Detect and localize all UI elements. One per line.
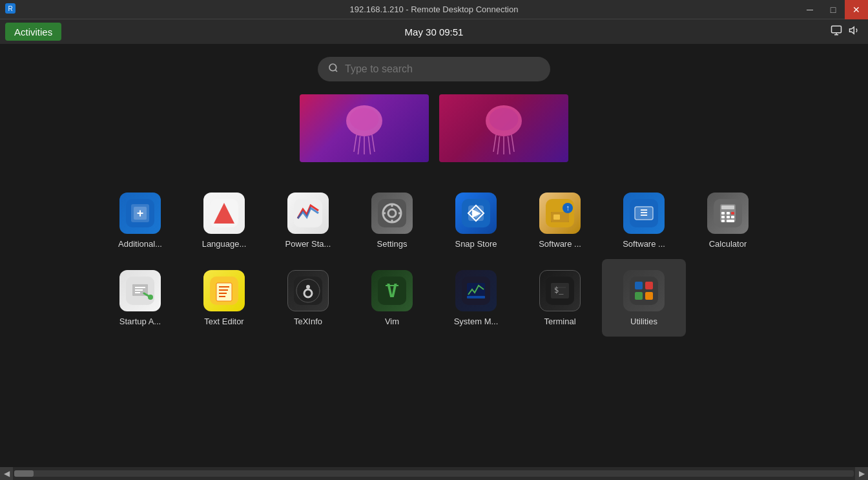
svg-text:+: +	[137, 207, 144, 220]
app-item-calculator[interactable]: Calculator	[686, 182, 770, 259]
scroll-thumb[interactable]	[14, 470, 34, 477]
startup-label: Startup A...	[119, 317, 161, 326]
svg-rect-52	[721, 205, 734, 209]
software-label: Software ...	[623, 239, 665, 249]
app-row-2: Startup A... Text Editor TeXInfo V Vim	[98, 259, 770, 337]
snap-store-icon: ▶	[455, 193, 497, 234]
title-bar: R 192.168.1.210 - Remote Desktop Connect…	[0, 0, 868, 19]
texinfo-label: TeXInfo	[294, 317, 322, 326]
svg-line-10	[354, 134, 356, 151]
svg-rect-91	[645, 282, 653, 289]
svg-rect-58	[731, 216, 734, 218]
window-thumb-1[interactable]	[300, 94, 429, 162]
app-item-settings[interactable]: Settings	[350, 182, 434, 259]
network-icon[interactable]	[831, 25, 842, 39]
additional-icon: +	[119, 193, 161, 234]
startup-icon	[119, 270, 161, 311]
svg-rect-57	[727, 216, 730, 218]
svg-text:☰: ☰	[640, 208, 648, 218]
language-icon	[203, 193, 245, 234]
svg-rect-69	[216, 283, 232, 301]
svg-rect-92	[635, 292, 643, 300]
app-item-texinfo[interactable]: TeXInfo	[266, 259, 350, 337]
svg-line-17	[493, 134, 496, 151]
search-input[interactable]	[345, 63, 540, 75]
svg-rect-93	[645, 292, 653, 300]
terminal-icon: $_	[539, 270, 581, 311]
app-item-text-editor[interactable]: Text Editor	[182, 259, 266, 337]
svg-text:V: V	[387, 280, 398, 302]
svg-line-21	[512, 134, 514, 151]
app-item-additional[interactable]: + Additional...	[98, 182, 182, 259]
additional-label: Additional...	[118, 239, 162, 249]
svg-rect-89	[630, 277, 658, 305]
gnome-tray	[831, 25, 860, 39]
app-item-system-monitor[interactable]: System M...	[434, 259, 518, 337]
utilities-icon	[623, 270, 665, 311]
app-item-terminal[interactable]: $_ Terminal	[518, 259, 602, 337]
svg-rect-84	[467, 296, 485, 298]
calculator-icon	[707, 193, 749, 234]
system-monitor-icon	[455, 270, 497, 311]
svg-line-11	[358, 136, 360, 154]
svg-rect-2	[832, 26, 842, 33]
app-item-utilities[interactable]: Utilities	[602, 259, 686, 337]
svg-line-7	[335, 70, 337, 72]
app-item-startup[interactable]: Startup A...	[98, 259, 182, 337]
app-grid: + Additional... Language... Power Sta...	[98, 182, 770, 337]
settings-icon	[371, 193, 413, 234]
svg-rect-59	[721, 220, 725, 222]
svg-point-6	[329, 64, 336, 71]
app-item-power-stats[interactable]: Power Sta...	[266, 182, 350, 259]
svg-point-16	[490, 108, 519, 130]
svg-rect-55	[731, 212, 734, 214]
texinfo-icon	[287, 270, 329, 311]
maximize-button[interactable]: □	[822, 0, 845, 19]
app-item-software-upd[interactable]: ↑ Software ...	[518, 182, 602, 259]
svg-rect-90	[635, 282, 643, 289]
power-stats-label: Power Sta...	[285, 239, 331, 249]
svg-rect-56	[721, 216, 725, 218]
title-bar-text: 192.168.1.210 - Remote Desktop Connectio…	[350, 5, 519, 14]
language-label: Language...	[202, 239, 247, 249]
settings-label: Settings	[377, 239, 408, 249]
scroll-right-button[interactable]: ▶	[855, 467, 868, 480]
scroll-track	[14, 470, 854, 477]
power-stats-icon	[287, 193, 329, 234]
activities-button[interactable]: Activities	[5, 23, 61, 41]
terminal-label: Terminal	[544, 317, 575, 326]
svg-point-77	[306, 285, 310, 289]
search-bar[interactable]	[318, 57, 550, 81]
svg-rect-54	[727, 212, 730, 214]
search-icon	[328, 63, 338, 76]
app-item-vim[interactable]: V Vim	[350, 259, 434, 337]
main-content: + Additional... Language... Power Sta...	[0, 44, 868, 467]
window-thumb-2[interactable]	[439, 94, 568, 162]
svg-rect-45	[553, 214, 560, 220]
svg-point-67	[148, 295, 153, 300]
gnome-bar: Activities May 30 09:51	[0, 19, 868, 44]
svg-point-9	[350, 108, 379, 130]
text-editor-icon	[203, 270, 245, 311]
svg-text:R: R	[8, 5, 12, 12]
svg-rect-53	[721, 212, 725, 214]
utilities-label: Utilities	[630, 317, 657, 326]
app-item-snap-store[interactable]: ▶ Snap Store	[434, 182, 518, 259]
svg-line-13	[368, 136, 370, 154]
title-bar-icon: R	[5, 3, 16, 16]
close-button[interactable]: ✕	[845, 0, 868, 19]
minimize-button[interactable]: ─	[798, 0, 822, 19]
app-item-software[interactable]: ☰ Software ...	[602, 182, 686, 259]
svg-text:▶: ▶	[472, 207, 481, 218]
app-item-language[interactable]: Language...	[182, 182, 266, 259]
gnome-clock: May 30 09:51	[405, 26, 464, 37]
software-upd-icon: ↑	[539, 193, 581, 234]
text-editor-label: Text Editor	[204, 317, 243, 326]
volume-icon[interactable]	[849, 25, 860, 39]
svg-line-18	[497, 136, 499, 154]
svg-line-14	[372, 134, 375, 151]
scrollbar: ◀ ▶	[0, 467, 868, 480]
software-upd-label: Software ...	[539, 239, 581, 249]
scroll-left-button[interactable]: ◀	[0, 467, 13, 480]
svg-text:↑: ↑	[566, 203, 570, 213]
